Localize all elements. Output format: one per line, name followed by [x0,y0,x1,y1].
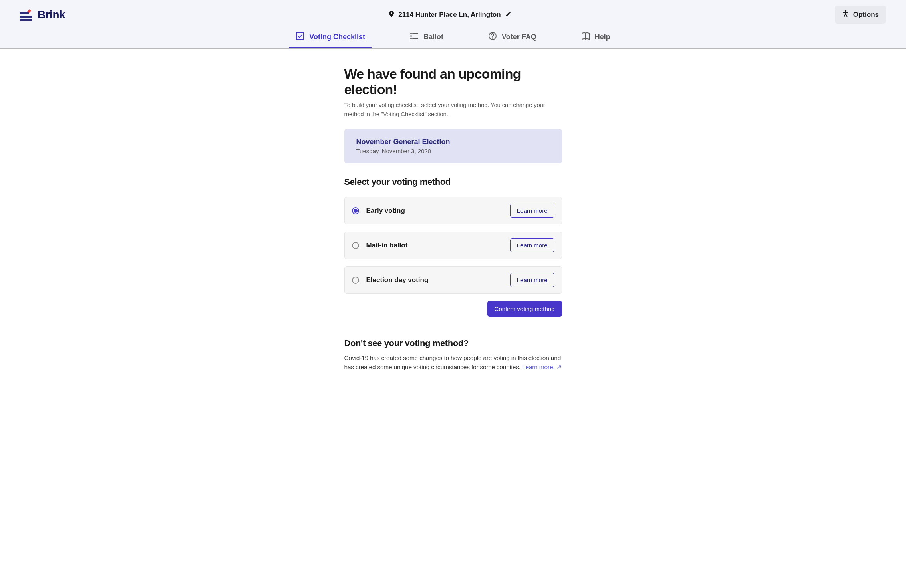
svg-point-7 [411,36,411,36]
tab-label: Ballot [423,33,443,41]
method-label: Early voting [366,207,405,215]
logo[interactable]: Brink [20,8,65,21]
main-content: We have found an upcoming election! To b… [344,49,562,396]
address-bar[interactable]: 2114 Hunter Place Ln, Arlington [389,11,511,19]
footer-learn-more-link[interactable]: Learn more. [522,364,561,370]
method-option-early-voting[interactable]: Early voting Learn more [344,197,562,224]
svg-rect-0 [20,12,29,14]
learn-more-button[interactable]: Learn more [510,273,554,287]
header: Brink 2114 Hunter Place Ln, Arlington [0,0,906,49]
radio-unselected-icon [352,277,359,284]
tab-voter-faq[interactable]: Voter FAQ [482,27,543,48]
election-card: November General Election Tuesday, Novem… [344,129,562,163]
footer-section: Don't see your voting method? Covid-19 h… [344,338,562,372]
svg-point-12 [492,38,493,38]
header-top: Brink 2114 Hunter Place Ln, Arlington [0,0,906,24]
election-name: November General Election [356,138,550,146]
method-option-mail-in-ballot[interactable]: Mail-in ballot Learn more [344,232,562,259]
method-label: Election day voting [366,276,429,284]
nav-tabs: Voting Checklist Ballot [0,27,906,48]
logo-icon [20,8,34,21]
options-button[interactable]: Options [835,6,886,24]
help-circle-icon [488,32,497,42]
svg-rect-1 [20,16,32,18]
method-left: Early voting [352,207,405,215]
learn-more-button[interactable]: Learn more [510,238,554,252]
tab-help[interactable]: Help [575,27,617,48]
list-icon [410,32,419,42]
page-subtitle: To build your voting checklist, select y… [344,101,562,119]
tab-ballot[interactable]: Ballot [403,27,450,48]
method-left: Mail-in ballot [352,242,408,249]
svg-rect-2 [20,19,32,21]
svg-point-9 [411,38,411,39]
footer-text: Covid-19 has created some changes to how… [344,353,562,372]
address-text: 2114 Hunter Place Ln, Arlington [398,11,501,19]
section-title: Select your voting method [344,177,562,187]
svg-point-3 [845,10,846,12]
tab-label: Voting Checklist [309,33,365,41]
radio-unselected-icon [352,242,359,249]
location-pin-icon [389,11,394,19]
accessibility-icon [842,10,849,20]
footer-title: Don't see your voting method? [344,338,562,348]
election-date: Tuesday, November 3, 2020 [356,148,550,154]
options-label: Options [853,11,879,19]
learn-more-button[interactable]: Learn more [510,204,554,218]
method-option-election-day[interactable]: Election day voting Learn more [344,266,562,294]
checkbox-icon [296,32,304,42]
confirm-button[interactable]: Confirm voting method [487,301,562,317]
method-label: Mail-in ballot [366,242,408,249]
radio-selected-icon [352,207,359,214]
svg-rect-4 [296,32,304,40]
book-icon [581,32,590,42]
logo-text: Brink [38,8,65,21]
svg-point-5 [411,33,411,34]
method-left: Election day voting [352,276,429,284]
tab-label: Voter FAQ [502,33,536,41]
tab-voting-checklist[interactable]: Voting Checklist [289,27,372,48]
edit-icon [505,11,511,19]
tab-label: Help [595,33,610,41]
page-title: We have found an upcoming election! [344,66,562,97]
